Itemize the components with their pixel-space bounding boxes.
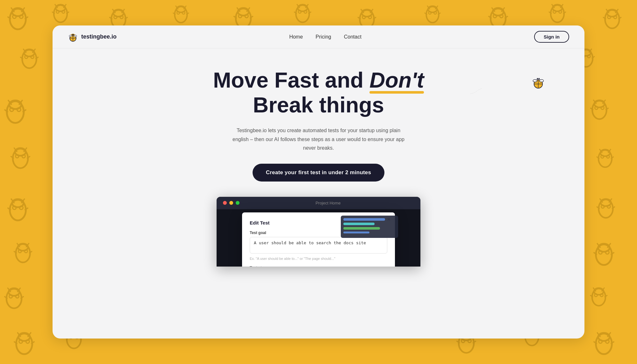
svg-point-15	[72, 34, 73, 35]
hero-section: Move Fast and Don't Break things Testing…	[53, 48, 584, 267]
bee-decoration	[530, 74, 546, 91]
svg-point-7	[7, 5, 9, 7]
logo[interactable]: testingbee.io	[68, 32, 117, 42]
app-titlebar-text: Project Home	[316, 201, 341, 205]
svg-point-21	[533, 80, 537, 82]
titlebar-dot-green	[236, 201, 240, 205]
svg-point-6	[4, 5, 5, 7]
titlebar-dot-red	[223, 201, 227, 205]
svg-point-16	[73, 34, 74, 35]
panel-bar-3	[343, 227, 380, 230]
panel-bar-1	[343, 218, 385, 221]
edit-test-modal: × Edit Test Test goal A user should be a…	[242, 212, 395, 267]
svg-point-0	[2, 1, 11, 13]
app-window: Project Home × Edit Test Test goal A use…	[217, 197, 420, 267]
hero-title: Move Fast and Don't Break things	[213, 68, 424, 117]
side-panel-preview	[341, 216, 398, 238]
test-goal-input[interactable]: A user should be able to search the docs…	[250, 237, 387, 253]
sign-in-button[interactable]: Sign in	[534, 31, 569, 43]
svg-point-23	[537, 78, 538, 79]
logo-text: testingbee.io	[81, 33, 117, 40]
app-titlebar: Project Home	[217, 197, 420, 209]
navbar: testingbee.io Home Pricing Contact Sign …	[53, 25, 584, 48]
hero-title-italic: Don't	[369, 68, 424, 92]
modal-overlay: × Edit Test Test goal A user should be a…	[217, 209, 420, 267]
svg-point-13	[69, 35, 72, 37]
panel-bar-4	[343, 232, 369, 233]
main-card: testingbee.io Home Pricing Contact Sign …	[53, 25, 584, 339]
titlebar-dot-yellow	[229, 201, 233, 205]
nav-link-home[interactable]: Home	[289, 34, 303, 40]
test-steps-label: Test steps	[250, 266, 387, 267]
cta-button[interactable]: Create your first test in under 2 minute…	[253, 164, 384, 182]
hero-subtitle: Testingbee.io lets you create automated …	[233, 126, 404, 152]
app-content: × Edit Test Test goal A user should be a…	[217, 209, 420, 267]
svg-point-14	[74, 35, 77, 37]
test-goal-hint: Ex. "A user should be able to..." or "Th…	[250, 257, 387, 261]
svg-point-22	[539, 80, 543, 82]
svg-line-2	[3, 1, 4, 3]
nav-link-pricing[interactable]: Pricing	[316, 34, 331, 40]
svg-point-24	[538, 78, 540, 79]
nav-links: Home Pricing Contact	[289, 34, 361, 40]
svg-line-4	[1, 6, 3, 7]
panel-bar-2	[343, 223, 375, 225]
logo-icon	[68, 32, 78, 42]
nav-link-contact[interactable]: Contact	[344, 34, 361, 40]
svg-line-3	[8, 1, 10, 3]
hero-title-part1: Move Fast and	[213, 68, 369, 92]
svg-line-5	[10, 6, 12, 7]
svg-point-1	[3, 1, 10, 5]
hero-title-part2: Break things	[253, 93, 384, 117]
app-screenshot: Project Home × Edit Test Test goal A use…	[53, 197, 584, 267]
